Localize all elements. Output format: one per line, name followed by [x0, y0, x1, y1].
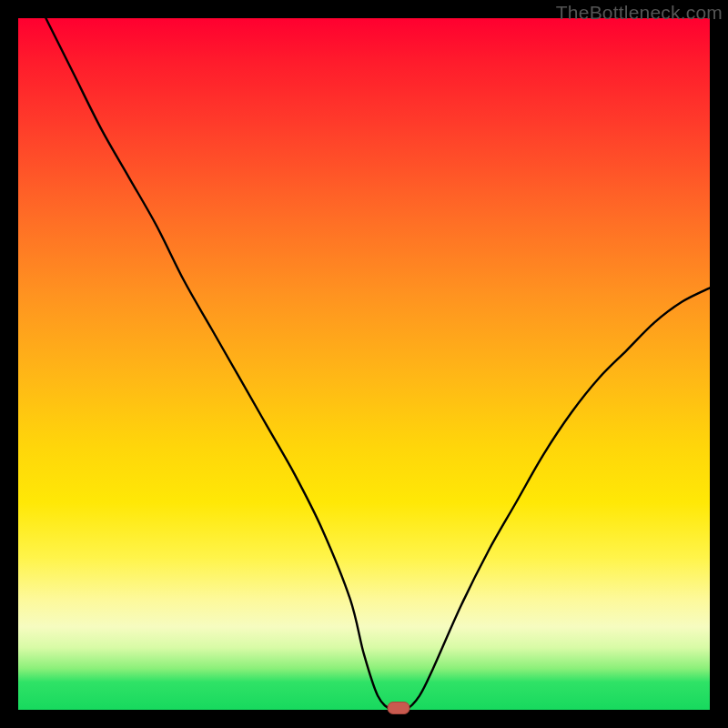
plot-area [18, 18, 710, 710]
minimum-marker [388, 703, 410, 714]
bottleneck-curve [46, 18, 710, 712]
chart-frame: TheBottleneck.com [0, 0, 728, 728]
watermark-text: TheBottleneck.com [556, 2, 723, 24]
curve-svg [18, 18, 710, 710]
